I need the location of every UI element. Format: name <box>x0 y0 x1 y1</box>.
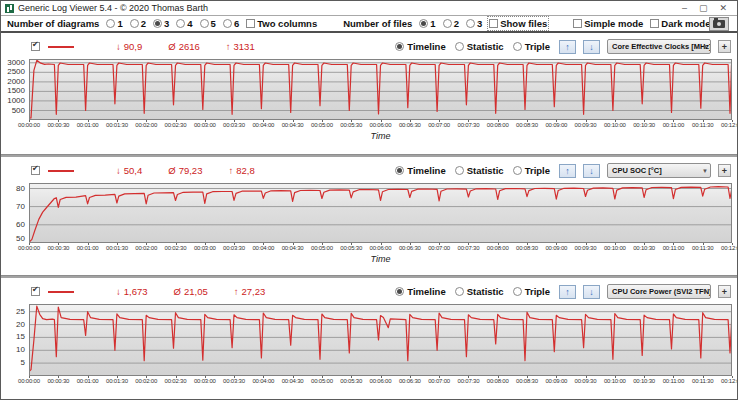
checkbox-icon[interactable] <box>489 19 498 28</box>
files-option-3[interactable]: 3 <box>466 18 482 29</box>
radio-icon[interactable] <box>513 42 522 51</box>
radio-icon[interactable] <box>176 19 185 28</box>
y-axis-tick-label: 20 <box>16 321 25 329</box>
x-axis-tick-label: 00:00:00 <box>18 378 40 384</box>
add-series-button[interactable]: + <box>718 40 731 53</box>
app-window: Generic Log Viewer 5.4 - © 2020 Thomas B… <box>0 0 738 400</box>
title-bar: Generic Log Viewer 5.4 - © 2020 Thomas B… <box>1 1 737 16</box>
x-axis-tick-label: 00:04:00 <box>252 378 274 384</box>
x-axis-tick-label: 00:11:00 <box>663 122 684 128</box>
radio-icon[interactable] <box>419 19 428 28</box>
close-button[interactable]: ✕ <box>719 4 727 13</box>
statistic-radio[interactable]: Statistic <box>455 41 504 52</box>
radio-icon[interactable] <box>455 42 464 51</box>
timeline-radio[interactable]: Timeline <box>395 41 445 52</box>
radio-icon[interactable] <box>395 287 404 296</box>
chart-header: ↓50,4 Ø79,23 ↑82,8 Timeline Statistic Tr… <box>1 162 737 179</box>
radio-icon[interactable] <box>455 166 464 175</box>
x-axis-tick-label: 00:02:00 <box>135 378 157 384</box>
radio-icon[interactable] <box>130 19 139 28</box>
x-axis-tick-label: 00:11:30 <box>692 378 713 384</box>
x-axis-tick-label: 00:01:00 <box>77 122 99 128</box>
radio-icon[interactable] <box>106 19 115 28</box>
radio-icon[interactable] <box>443 19 452 28</box>
diagrams-option-3[interactable]: 3 <box>153 18 169 29</box>
series-visible-checkbox[interactable] <box>31 42 40 51</box>
x-axis-tick-label: 00:11:00 <box>663 245 684 251</box>
diagrams-option-4[interactable]: 4 <box>176 18 192 29</box>
line-chart[interactable] <box>29 59 732 120</box>
avg-symbol-icon: Ø <box>168 41 175 52</box>
statistic-radio[interactable]: Statistic <box>455 286 504 297</box>
radio-icon[interactable] <box>395 166 404 175</box>
x-axis-tick-label: 00:06:30 <box>399 122 421 128</box>
series-visible-checkbox[interactable] <box>31 166 40 175</box>
screenshot-button[interactable] <box>709 17 729 31</box>
radio-icon[interactable] <box>513 287 522 296</box>
y-axis-tick-label: 60 <box>16 221 25 229</box>
diagrams-option-5[interactable]: 5 <box>200 18 216 29</box>
metric-down-button[interactable]: ↓ <box>583 164 600 178</box>
metric-down-button[interactable]: ↓ <box>583 40 600 54</box>
checkbox-icon[interactable] <box>650 19 659 28</box>
y-axis-tick-label: 70 <box>16 203 25 211</box>
timeline-radio[interactable]: Timeline <box>395 286 445 297</box>
add-series-button[interactable]: + <box>718 285 731 298</box>
x-axis-tick-label: 00:05:00 <box>311 245 333 251</box>
x-axis-tick-label: 00:10:30 <box>633 245 655 251</box>
simple-mode-checkbox[interactable]: Simple mode <box>573 18 643 29</box>
up-arrow-icon: ↑ <box>565 42 570 52</box>
checkbox-icon[interactable] <box>246 19 255 28</box>
toolbar: Number of diagrams 1 2 3 4 5 6 Two colum… <box>1 16 737 33</box>
metric-select[interactable]: Core Effective Clocks [MHz]▼ <box>607 39 711 54</box>
timeline-radio[interactable]: Timeline <box>395 165 445 176</box>
radio-icon[interactable] <box>513 166 522 175</box>
radio-icon[interactable] <box>455 287 464 296</box>
minimize-button[interactable]: – <box>682 4 687 13</box>
show-files-checkbox[interactable]: Show files <box>489 18 547 29</box>
radio-icon[interactable] <box>153 19 162 28</box>
chart-panel-cpu-core-power: ↓1,673 Ø21,05 ↑27,23 Timeline Statistic … <box>1 278 737 400</box>
checkbox-icon[interactable] <box>573 19 582 28</box>
plot-area[interactable]: 50010001500200025003000 <box>29 59 732 120</box>
metric-select[interactable]: CPU SOC [°C]▼ <box>607 163 711 178</box>
avg-value: 2616 <box>179 41 200 52</box>
triple-radio[interactable]: Triple <box>513 41 550 52</box>
line-chart[interactable] <box>29 304 732 376</box>
diagrams-option-6[interactable]: 6 <box>223 18 239 29</box>
files-option-1[interactable]: 1 <box>419 18 435 29</box>
two-columns-checkbox[interactable]: Two columns <box>246 18 317 29</box>
metric-up-button[interactable]: ↑ <box>559 40 576 54</box>
y-axis-tick-label: 500 <box>12 107 25 115</box>
maximize-button[interactable]: ▢ <box>699 4 708 13</box>
diagrams-option-1[interactable]: 1 <box>106 18 122 29</box>
radio-icon[interactable] <box>200 19 209 28</box>
plot-area[interactable]: 510152025 <box>29 304 732 376</box>
line-chart[interactable] <box>29 183 732 243</box>
metric-up-button[interactable]: ↑ <box>559 285 576 299</box>
radio-icon[interactable] <box>223 19 232 28</box>
x-axis-title: Time <box>29 130 732 142</box>
x-axis-tick-label: 00:06:00 <box>370 122 392 128</box>
metric-select[interactable]: CPU Core Power (SVI2 TFN) [W]▼ <box>607 284 711 299</box>
series-visible-checkbox[interactable] <box>31 287 40 296</box>
triple-radio[interactable]: Triple <box>513 165 550 176</box>
metric-down-button[interactable]: ↓ <box>583 285 600 299</box>
radio-icon[interactable] <box>466 19 475 28</box>
files-option-2[interactable]: 2 <box>443 18 459 29</box>
plot-area[interactable]: 50607080 <box>29 183 732 243</box>
metric-up-button[interactable]: ↑ <box>559 164 576 178</box>
statistic-radio[interactable]: Statistic <box>455 165 504 176</box>
diagrams-option-2[interactable]: 2 <box>130 18 146 29</box>
x-axis-tick-label: 00:04:00 <box>252 122 274 128</box>
up-arrow-icon: ↑ <box>565 166 570 176</box>
x-axis-tick-label: 00:02:30 <box>165 378 187 384</box>
radio-icon[interactable] <box>395 42 404 51</box>
triple-radio[interactable]: Triple <box>513 286 550 297</box>
x-axis-tick-label: 00:07:00 <box>428 378 450 384</box>
x-axis-tick-label: 00:04:30 <box>282 122 304 128</box>
x-axis-tick-label: 00:00:30 <box>47 122 69 128</box>
dark-mode-checkbox[interactable]: Dark mode <box>650 18 710 29</box>
series-color-swatch <box>48 46 74 48</box>
add-series-button[interactable]: + <box>718 164 731 177</box>
